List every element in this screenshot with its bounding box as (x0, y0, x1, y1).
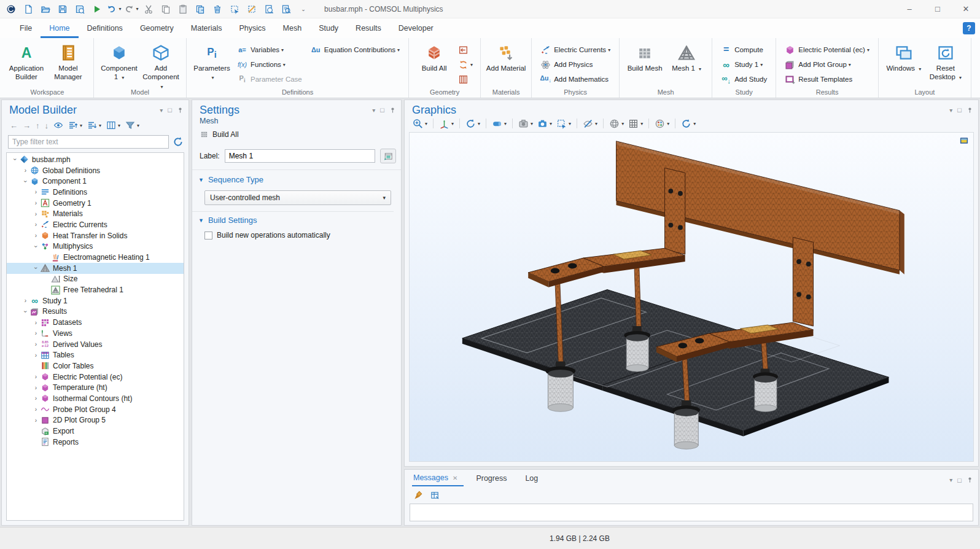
tree-item-multiphysics[interactable]: ›Multiphysics (7, 241, 184, 252)
messages-text-area[interactable] (410, 504, 973, 521)
maximize-button[interactable]: □ (924, 0, 952, 18)
move-up-button[interactable]: ↑ (34, 119, 42, 131)
show-options-button[interactable] (52, 119, 65, 131)
pin-icon[interactable] (389, 107, 396, 114)
add-material-button[interactable]: Add Material (486, 42, 526, 72)
add-component-button[interactable]: Add Component ▾ (141, 42, 181, 90)
copy-button[interactable] (158, 2, 173, 16)
electric-potential-button[interactable]: Electric Potential (ec)▾ (781, 43, 873, 56)
tab-progress[interactable]: Progress (475, 472, 513, 486)
panel-menu-icon[interactable]: ▾ (372, 107, 375, 114)
zoom-doc-button[interactable] (262, 2, 276, 16)
select-button[interactable]: ▾ (554, 117, 573, 130)
float-panel-icon[interactable]: □ (957, 477, 962, 484)
zoom-button[interactable]: ▾ (411, 117, 429, 130)
new-file-button[interactable] (21, 2, 36, 16)
sequence-type-section-header[interactable]: ▼ Sequence Type (197, 175, 394, 184)
menu-tab-materials[interactable]: Materials (182, 18, 231, 38)
tree-item-electric-currents[interactable]: ›Electric Currents (7, 219, 184, 230)
tree-item-electric-potential-ec-[interactable]: ›Electric Potential (ec) (7, 372, 184, 383)
refresh-filter-icon[interactable] (173, 136, 184, 147)
print-button[interactable]: ▾ (535, 117, 554, 130)
rotate-button[interactable]: ▾ (464, 117, 482, 130)
nav-forward-button[interactable]: → (21, 119, 33, 131)
tree-expander[interactable]: › (21, 167, 30, 174)
tree-item-definitions[interactable]: ›Definitions (7, 187, 184, 198)
geometry-build-all-button[interactable]: Build All (414, 42, 454, 72)
tree-item-export[interactable]: Export (7, 426, 184, 437)
functions-button[interactable]: f(x)Functions▾ (233, 58, 306, 71)
electric-currents-button[interactable]: Electric Currents▾ (537, 43, 614, 56)
build-settings-section-header[interactable]: ▼ Build Settings (197, 216, 394, 225)
panel-menu-icon[interactable]: ▾ (949, 477, 952, 483)
sequence-type-select[interactable]: User-controlled mesh ▾ (204, 190, 391, 205)
help-button[interactable]: ? (963, 22, 975, 34)
result-templates-button[interactable]: Result Templates (781, 72, 873, 86)
tree-expander[interactable]: › (31, 341, 41, 348)
tab-messages[interactable]: Messages✕ (412, 471, 464, 486)
partition-geometry-button[interactable] (456, 72, 475, 86)
select-frame-button[interactable] (227, 2, 242, 16)
tree-expander[interactable]: › (33, 242, 39, 251)
app-logo-button[interactable] (4, 2, 18, 16)
add-plot-group-button[interactable]: Add Plot Group▾ (781, 58, 873, 71)
tree-expander[interactable]: › (31, 211, 41, 217)
tree-item-size[interactable]: Size (7, 274, 184, 285)
deselect-button[interactable] (244, 2, 259, 16)
menu-tab-study[interactable]: Study (310, 18, 347, 38)
tree-item-study-1[interactable]: ›∞Study 1 (7, 295, 184, 306)
collapse-all-button[interactable]: ▾ (66, 119, 84, 131)
more-button[interactable]: ⌄ (296, 2, 311, 16)
float-panel-icon[interactable]: □ (380, 106, 384, 114)
tree-item-color-tables[interactable]: Color Tables (7, 360, 184, 372)
tree-item-busbar-mph[interactable]: ›busbar.mph (7, 154, 184, 165)
add-physics-button[interactable]: Add Physics (537, 58, 614, 71)
open-button[interactable] (38, 2, 53, 16)
model-tree-node-text-button[interactable]: ▾ (104, 119, 122, 131)
tree-expander[interactable]: › (31, 330, 41, 337)
build-all-button[interactable]: Build All (212, 130, 239, 139)
build-mesh-button[interactable]: Build Mesh (624, 42, 665, 72)
plot-thumbnail-icon[interactable] (959, 136, 970, 145)
menu-tab-physics[interactable]: Physics (230, 18, 274, 38)
tree-item-tables[interactable]: ›Tables (7, 349, 184, 360)
tree-expander[interactable]: › (22, 177, 29, 186)
import-geometry-button[interactable] (456, 43, 475, 56)
tree-item-reports[interactable]: Reports (7, 437, 184, 448)
tree-expander[interactable]: › (31, 395, 41, 402)
tree-item-materials[interactable]: ›Materials (7, 208, 184, 219)
build-new-operations-checkbox[interactable] (204, 232, 212, 239)
undo-button[interactable]: ▾ (107, 2, 122, 16)
tree-item-results[interactable]: ›Results (7, 306, 184, 317)
menu-tab-geometry[interactable]: Geometry (131, 18, 182, 38)
tree-item-global-definitions[interactable]: ›Global Definitions (7, 165, 184, 176)
find-button[interactable] (279, 2, 294, 16)
rebuild-geometry-button[interactable]: ▾ (456, 58, 475, 71)
grid-button[interactable]: ▾ (626, 117, 645, 130)
mesh-1-button[interactable]: Mesh 1 ▾ (666, 42, 707, 72)
duplicate-button[interactable] (193, 2, 208, 16)
copy-table-button[interactable] (429, 488, 441, 502)
cut-button[interactable] (141, 2, 156, 16)
reset-desktop-button[interactable]: Reset Desktop ▾ (925, 42, 966, 82)
move-down-button[interactable]: ↓ (43, 119, 51, 131)
close-button[interactable]: ✕ (952, 0, 980, 18)
float-panel-icon[interactable]: □ (957, 106, 962, 114)
pin-icon[interactable] (966, 477, 973, 483)
add-study-button[interactable]: ∞↓Add Study (717, 72, 771, 86)
menu-tab-mesh[interactable]: Mesh (274, 18, 311, 38)
panel-menu-icon[interactable]: ▾ (949, 107, 952, 114)
tree-expander[interactable]: › (21, 297, 30, 304)
application-builder-button[interactable]: AApplication Builder (6, 42, 47, 82)
model-manager-button[interactable]: Model Manager (48, 42, 88, 82)
tab-log[interactable]: Log (524, 472, 544, 486)
tree-expander[interactable]: › (31, 232, 41, 239)
tree-item-mesh-1[interactable]: ›Mesh 1 (7, 263, 184, 274)
tree-item-temperature-ht-[interactable]: ›Temperature (ht) (7, 382, 184, 393)
tree-item-views[interactable]: ›Views (7, 328, 184, 339)
wireframe-button[interactable]: ▾ (607, 117, 626, 130)
menu-tab-home[interactable]: Home (41, 18, 78, 38)
study-1-button[interactable]: ∞Study 1▾ (717, 58, 771, 71)
expand-all-button[interactable]: ▾ (85, 119, 103, 131)
hide-button[interactable]: ▾ (581, 117, 599, 130)
